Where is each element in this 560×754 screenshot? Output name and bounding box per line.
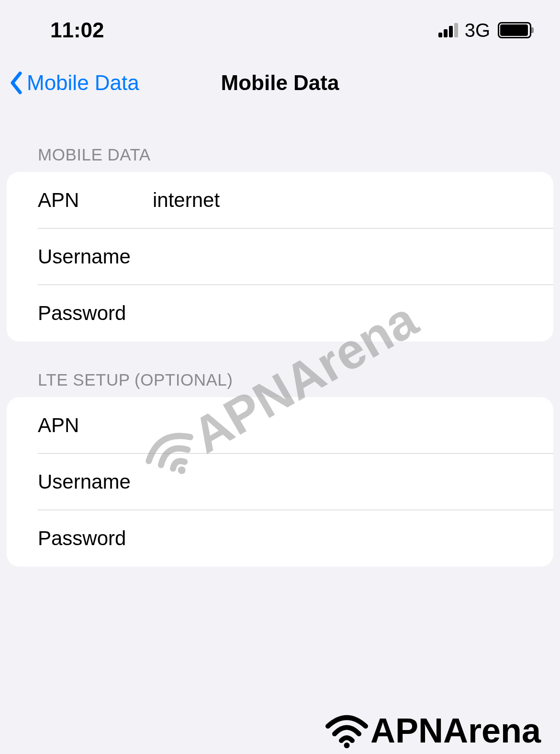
password-label: Password (38, 302, 153, 325)
username-input[interactable] (153, 245, 553, 268)
username-row[interactable]: Username (7, 228, 553, 285)
lte-setup-group: APN Username Password (7, 397, 553, 567)
back-label: Mobile Data (27, 71, 139, 95)
page-title: Mobile Data (221, 71, 339, 95)
watermark-bottom: APNArena (324, 711, 541, 750)
status-indicators: 3G (438, 20, 531, 41)
navigation-bar: Mobile Data Mobile Data (0, 52, 560, 109)
lte-password-row[interactable]: Password (7, 510, 553, 567)
apn-row[interactable]: APN (7, 172, 553, 228)
lte-password-label: Password (38, 527, 153, 550)
lte-apn-row[interactable]: APN (7, 397, 553, 454)
lte-password-input[interactable] (153, 527, 553, 550)
mobile-data-group: APN Username Password (7, 172, 553, 342)
battery-icon (498, 22, 531, 38)
lte-username-row[interactable]: Username (7, 454, 553, 510)
apn-label: APN (38, 189, 153, 212)
status-bar: 11:02 3G (0, 0, 560, 52)
svg-point-1 (344, 743, 349, 748)
apn-input[interactable] (153, 189, 553, 212)
lte-username-label: Username (38, 470, 153, 493)
network-type: 3G (465, 20, 490, 41)
section-header-lte: LTE SETUP (OPTIONAL) (7, 342, 553, 397)
watermark-bottom-text: APNArena (370, 711, 541, 750)
signal-icon (438, 23, 458, 37)
chevron-left-icon (10, 71, 23, 94)
lte-username-input[interactable] (153, 470, 553, 493)
lte-apn-label: APN (38, 414, 153, 437)
lte-apn-input[interactable] (153, 414, 553, 437)
password-input[interactable] (153, 302, 553, 325)
username-label: Username (38, 245, 153, 268)
status-time: 11:02 (50, 18, 104, 42)
wifi-icon (324, 713, 370, 749)
password-row[interactable]: Password (7, 285, 553, 342)
section-header-mobile-data: MOBILE DATA (7, 109, 553, 172)
back-button[interactable]: Mobile Data (10, 71, 139, 95)
